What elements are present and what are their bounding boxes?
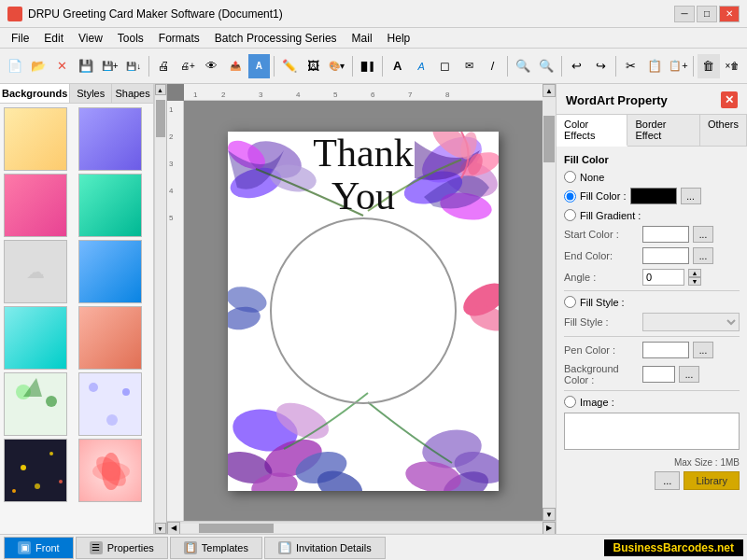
- save-button[interactable]: 💾: [75, 54, 96, 78]
- tab-invitation-details[interactable]: 📄 Invitation Details: [264, 537, 386, 559]
- fill-color-picker-button[interactable]: ...: [681, 188, 701, 204]
- pen-tool[interactable]: ✏️: [278, 54, 300, 78]
- bg-item-star[interactable]: [4, 439, 67, 502]
- vscroll-down[interactable]: ▼: [543, 508, 556, 521]
- hscroll-right[interactable]: ▶: [543, 522, 556, 535]
- cut-button[interactable]: ✂: [620, 54, 641, 78]
- bg-item-5[interactable]: ☁: [4, 240, 67, 303]
- angle-up-button[interactable]: ▲: [688, 269, 701, 277]
- hscroll-left[interactable]: ◀: [167, 522, 180, 535]
- end-color-swatch[interactable]: [642, 247, 689, 264]
- close-button[interactable]: ✕: [719, 6, 740, 22]
- bg-item-8[interactable]: [78, 306, 142, 370]
- bg-item-7[interactable]: [4, 306, 67, 370]
- menu-tools[interactable]: Tools: [110, 30, 151, 47]
- copy-button[interactable]: 📋: [643, 54, 665, 78]
- panel-close-button[interactable]: ✕: [721, 91, 738, 108]
- barcode-tool[interactable]: ▐▌▌: [356, 54, 377, 78]
- circle-decoration: [270, 217, 457, 404]
- bg-color-swatch[interactable]: [642, 366, 675, 383]
- bg-color-picker-button[interactable]: ...: [679, 366, 699, 383]
- fill-style-select[interactable]: [642, 313, 740, 331]
- zoom-out[interactable]: 🔍: [536, 54, 557, 78]
- paste-button[interactable]: 📋+: [668, 54, 689, 78]
- bg-item-2[interactable]: [78, 107, 142, 171]
- delete2-button[interactable]: ×🗑: [722, 54, 743, 78]
- ruler-up[interactable]: ▲: [155, 84, 166, 95]
- tab-front[interactable]: ▣ Front: [4, 537, 74, 559]
- start-color-picker-button[interactable]: ...: [693, 226, 713, 243]
- tb5[interactable]: A: [248, 54, 270, 78]
- bottom-buttons: ... Library: [564, 471, 740, 490]
- tab-color-effects[interactable]: Color Effects: [557, 115, 627, 147]
- maximize-button[interactable]: □: [697, 6, 717, 22]
- bg-item-6[interactable]: [78, 240, 142, 303]
- tab-others[interactable]: Others: [700, 115, 747, 146]
- preview-button[interactable]: 👁: [201, 54, 222, 78]
- menu-mail[interactable]: Mail: [345, 30, 380, 47]
- redo-button[interactable]: ↪: [589, 54, 611, 78]
- paint-tool[interactable]: 🎨▾: [326, 54, 347, 78]
- toolbar-sep-5: [507, 56, 508, 77]
- bg-item-10[interactable]: [78, 372, 142, 436]
- vscroll-up[interactable]: ▲: [543, 84, 556, 97]
- line-tool[interactable]: /: [482, 54, 503, 78]
- start-color-swatch[interactable]: [642, 226, 689, 243]
- canvas-bg[interactable]: Thank You: [184, 101, 543, 521]
- menu-formats[interactable]: Formats: [151, 30, 207, 47]
- menu-view[interactable]: View: [71, 30, 110, 47]
- tab-properties[interactable]: ☰ Properties: [76, 537, 168, 559]
- bg-item-3[interactable]: [4, 174, 67, 237]
- bg-item-1[interactable]: [4, 107, 67, 171]
- pen-color-swatch[interactable]: [642, 342, 689, 358]
- ruler-horizontal: 1 2 3 4 5 6 7 8: [184, 84, 543, 101]
- image-radio[interactable]: [564, 396, 576, 408]
- fill-style-radio[interactable]: [564, 296, 576, 308]
- tab-border-effect[interactable]: Border Effect: [627, 115, 700, 146]
- tab-backgrounds[interactable]: Backgrounds: [0, 84, 70, 103]
- close-doc-button[interactable]: ✕: [51, 54, 73, 78]
- left-ruler: ▲ ▼: [154, 84, 167, 534]
- print2-button[interactable]: 🖨+: [176, 54, 198, 78]
- angle-down-button[interactable]: ▼: [688, 277, 701, 286]
- fill-gradient-radio[interactable]: [564, 209, 576, 221]
- minimize-button[interactable]: ─: [674, 6, 695, 22]
- canvas-main[interactable]: 1 2 3 4 5 6 7 8 1 2 3 4 5: [167, 84, 543, 521]
- shape-tool[interactable]: ◻: [434, 54, 456, 78]
- bg-item-4[interactable]: [78, 174, 142, 237]
- print-button[interactable]: 🖨: [153, 54, 175, 78]
- menu-batch[interactable]: Batch Processing Series: [207, 30, 345, 47]
- ruler-down[interactable]: ▼: [155, 523, 166, 534]
- menu-edit[interactable]: Edit: [36, 30, 71, 47]
- angle-input[interactable]: [642, 269, 684, 286]
- wordart-tool[interactable]: A: [410, 54, 431, 78]
- image-url-input[interactable]: [564, 413, 740, 450]
- menu-file[interactable]: File: [4, 30, 36, 47]
- end-color-picker-button[interactable]: ...: [693, 247, 713, 264]
- clip-tool[interactable]: ✉: [458, 54, 479, 78]
- tab-templates[interactable]: 📋 Templates: [170, 537, 262, 559]
- bg-item-9[interactable]: [4, 372, 67, 436]
- vscroll-thumb: [543, 116, 555, 162]
- bg-item-12[interactable]: [78, 439, 142, 502]
- pen-color-picker-button[interactable]: ...: [693, 342, 713, 358]
- zoom-in[interactable]: 🔍: [512, 54, 533, 78]
- menu-help[interactable]: Help: [380, 30, 418, 47]
- save-all-button[interactable]: 💾↓: [122, 54, 144, 78]
- delete-button[interactable]: 🗑: [698, 54, 719, 78]
- export-button[interactable]: 📤: [224, 54, 246, 78]
- library-button[interactable]: Library: [684, 471, 740, 490]
- fill-color-radio[interactable]: [564, 190, 576, 203]
- image-action-button[interactable]: ...: [655, 471, 680, 490]
- save-as-button[interactable]: 💾+: [99, 54, 120, 78]
- fill-color-swatch[interactable]: [630, 188, 677, 204]
- none-radio[interactable]: [564, 171, 576, 183]
- new-button[interactable]: 📄: [4, 54, 25, 78]
- text-tool[interactable]: A: [387, 54, 408, 78]
- undo-button[interactable]: ↩: [566, 54, 587, 78]
- image-tool[interactable]: 🖼: [303, 54, 324, 78]
- tab-shapes[interactable]: Shapes: [112, 84, 153, 103]
- open-button[interactable]: 📂: [27, 54, 49, 78]
- tab-styles[interactable]: Styles: [70, 84, 112, 103]
- greeting-card[interactable]: Thank You: [228, 132, 499, 491]
